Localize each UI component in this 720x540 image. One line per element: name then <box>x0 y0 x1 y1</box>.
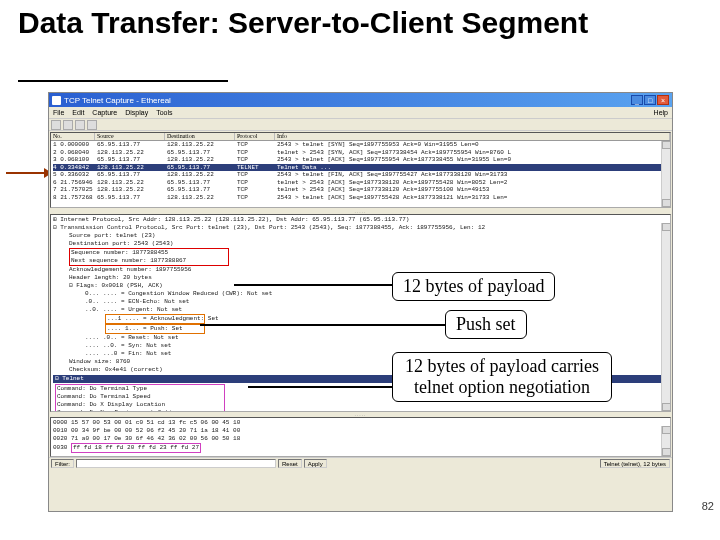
hex-dump-pane[interactable]: 0000 15 57 00 53 00 01 c0 51 cd 13 fc c5… <box>50 417 671 457</box>
col-src[interactable]: Source <box>95 133 165 141</box>
toolbar-button[interactable] <box>63 120 73 130</box>
maximize-button[interactable]: □ <box>644 95 656 105</box>
app-icon <box>52 96 61 105</box>
telnet-commands-box: Command: Do Terminal Type Command: Do Te… <box>55 384 225 412</box>
filter-label: Filter: <box>51 459 74 468</box>
packet-row[interactable]: 1 0.00000065.95.113.77128.113.25.22TCP25… <box>53 141 668 149</box>
packet-row[interactable]: 5 0.33603265.95.113.77128.113.25.22TCP25… <box>53 171 668 179</box>
seq-highlight-box: Sequence number: 1877388455 Next sequenc… <box>69 248 229 266</box>
toolbar <box>49 119 672 131</box>
detail-ack[interactable]: Acknowledgement number: 1897755956 <box>53 266 668 274</box>
detail-cwr[interactable]: 0... .... = Congestion Window Reduced (C… <box>53 290 668 298</box>
page-number: 82 <box>702 500 714 512</box>
menubar: File Edit Capture Display Tools Help <box>49 107 672 119</box>
minimize-button[interactable]: _ <box>631 95 643 105</box>
packet-list-header: No. Source Destination Protocol Info <box>51 133 670 141</box>
toolbar-button[interactable] <box>51 120 61 130</box>
detail-psh[interactable]: .... 1... = Push: Set <box>107 325 183 332</box>
filter-input[interactable] <box>76 459 276 468</box>
reset-button[interactable]: Reset <box>278 459 302 468</box>
menu-display[interactable]: Display <box>125 109 148 116</box>
title-underline <box>18 80 228 82</box>
col-proto[interactable]: Protocol <box>235 133 275 141</box>
packet-row[interactable]: 6 21.756946128.113.25.2265.95.113.77TCPt… <box>53 179 668 187</box>
hex-line[interactable]: 0030 ff fd 18 ff fd 20 ff fd 23 ff fd 27 <box>53 443 668 453</box>
packet-list-pane[interactable]: No. Source Destination Protocol Info 1 0… <box>50 132 671 208</box>
detail-cmd2[interactable]: Command: Do Terminal Speed <box>57 393 223 401</box>
callout-line <box>200 324 445 326</box>
menu-help[interactable]: Help <box>654 109 668 116</box>
detail-cmd3[interactable]: Command: Do X Display Location <box>57 401 223 409</box>
hex-line[interactable]: 0000 15 57 00 53 00 01 c0 51 cd 13 fc c5… <box>53 419 668 427</box>
detail-cmd4[interactable]: Command: Do New Environment Option <box>57 409 223 412</box>
window-title: TCP Telnet Capture - Ethereal <box>64 96 171 105</box>
col-info[interactable]: Info <box>275 133 670 141</box>
ack-highlight-box: ...1 .... = Acknowledgment: Set <box>105 314 205 324</box>
packet-row[interactable]: 2 0.068040128.113.25.2265.95.113.77TCPte… <box>53 149 668 157</box>
menu-tools[interactable]: Tools <box>156 109 172 116</box>
apply-button[interactable]: Apply <box>304 459 327 468</box>
hex-line[interactable]: 0010 00 34 9f be 00 00 52 06 f2 45 20 71… <box>53 427 668 435</box>
col-no[interactable]: No. <box>51 133 95 141</box>
detail-seq[interactable]: Sequence number: 1877388455 <box>71 249 227 257</box>
callout-line <box>234 284 392 286</box>
detail-rst[interactable]: .... .0.. = Reset: Not set <box>53 334 668 342</box>
packet-row[interactable]: 7 21.757025128.113.25.2265.95.113.77TCPt… <box>53 186 668 194</box>
menu-edit[interactable]: Edit <box>72 109 84 116</box>
col-dst[interactable]: Destination <box>165 133 235 141</box>
menu-capture[interactable]: Capture <box>92 109 117 116</box>
detail-dstport[interactable]: Destination port: 2543 (2543) <box>53 240 668 248</box>
detail-srcport[interactable]: Source port: telnet (23) <box>53 232 668 240</box>
scrollbar[interactable] <box>661 223 670 411</box>
callout-telnet-options: 12 bytes of payload carries telnet optio… <box>392 352 612 402</box>
statusbar: Filter: Reset Apply Telnet (telnet), 12 … <box>49 457 672 469</box>
callout-line <box>248 386 392 388</box>
hex-line[interactable]: 0020 71 a0 00 17 0e 30 6f 46 42 36 02 00… <box>53 435 668 443</box>
detail-urg[interactable]: ..0. .... = Urgent: Not set <box>53 306 668 314</box>
callout-push: Push set <box>445 310 527 339</box>
detail-tcp[interactable]: ⊟ Transmission Control Protocol, Src Por… <box>53 224 668 232</box>
scrollbar[interactable] <box>661 426 670 456</box>
detail-ece[interactable]: .0.. .... = ECN-Echo: Not set <box>53 298 668 306</box>
highlight-arrow <box>6 172 46 174</box>
hex-highlight: ff fd 18 ff fd 20 ff fd 23 ff fd 27 <box>71 443 201 453</box>
ethereal-window: TCP Telnet Capture - Ethereal _ □ × File… <box>48 92 673 512</box>
detail-ackf[interactable]: ...1 .... = Acknowledgment: Set <box>107 315 219 322</box>
detail-hdrlen[interactable]: Header length: 20 bytes <box>53 274 668 282</box>
menu-file[interactable]: File <box>53 109 64 116</box>
packet-row-selected[interactable]: 4 0.334842128.113.25.2265.95.113.77TELNE… <box>53 164 668 172</box>
detail-cmd1[interactable]: Command: Do Terminal Type <box>57 385 223 393</box>
toolbar-button[interactable] <box>75 120 85 130</box>
detail-syn[interactable]: .... ..0. = Syn: Not set <box>53 342 668 350</box>
scrollbar[interactable] <box>661 141 670 207</box>
detail-nextseq[interactable]: Next sequence number: 1877388867 <box>71 257 227 265</box>
slide-title: Data Transfer: Server-to-Client Segment <box>18 6 588 41</box>
detail-ip[interactable]: ⊞ Internet Protocol, Src Addr: 128.113.2… <box>53 216 668 224</box>
close-button[interactable]: × <box>657 95 669 105</box>
packet-row[interactable]: 3 0.06810065.95.113.77128.113.25.22TCP25… <box>53 156 668 164</box>
window-titlebar[interactable]: TCP Telnet Capture - Ethereal _ □ × <box>49 93 672 107</box>
packet-row[interactable]: 8 21.75726865.95.113.77128.113.25.22TCP2… <box>53 194 668 202</box>
toolbar-button[interactable] <box>87 120 97 130</box>
status-info: Telnet (telnet), 12 bytes <box>600 459 670 468</box>
psh-highlight-box: .... 1... = Push: Set <box>105 324 205 334</box>
callout-payload: 12 bytes of payload <box>392 272 555 301</box>
